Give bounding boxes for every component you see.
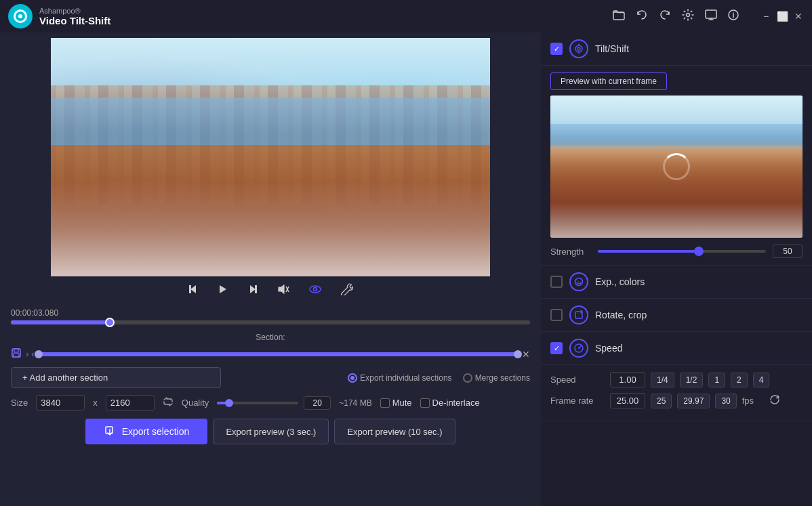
export-selection-button[interactable]: Export selection xyxy=(85,419,207,444)
merge-sections-radio[interactable] xyxy=(463,373,472,383)
timeline-track[interactable] xyxy=(11,320,530,324)
settings-icon[interactable] xyxy=(682,9,694,24)
speed-2-button[interactable]: 2 xyxy=(731,373,748,387)
quality-thumb[interactable] xyxy=(225,399,233,407)
expcolors-effect-row[interactable]: Exp., colors xyxy=(541,266,812,299)
display-icon[interactable] xyxy=(705,9,717,23)
minimize-button[interactable]: − xyxy=(760,11,771,22)
preview-bottom-blur xyxy=(550,203,803,238)
app-logo xyxy=(8,4,33,28)
export-selection-label: Export selection xyxy=(122,426,190,437)
preview-thumbnail xyxy=(550,96,803,238)
tiltshift-check-icon: ✓ xyxy=(554,45,560,54)
speed-name: Speed xyxy=(595,343,803,354)
frame-rate-label: Frame rate xyxy=(550,396,605,406)
undo-icon[interactable] xyxy=(636,9,648,23)
timeline-area: 00:00:03.080 xyxy=(5,305,535,333)
height-input[interactable] xyxy=(106,395,155,410)
preview-eye-button[interactable] xyxy=(306,282,325,299)
close-button[interactable]: ✕ xyxy=(793,11,804,22)
svg-point-13 xyxy=(314,288,317,291)
info-icon[interactable] xyxy=(728,9,739,23)
fps-30-button[interactable]: 30 xyxy=(715,394,736,408)
speed-4-button[interactable]: 4 xyxy=(753,373,770,387)
fps-2997-button[interactable]: 29.97 xyxy=(677,394,710,408)
export-individual-label: Export individual sections xyxy=(360,373,451,383)
speed-expanded: Speed 1/4 1/2 1 2 4 Frame rate 25 29.97 … xyxy=(541,365,812,421)
next-frame-button[interactable] xyxy=(245,282,261,299)
right-panel: ✓ Tilt/Shift Preview with current frame xyxy=(541,33,812,506)
svg-marker-4 xyxy=(190,285,196,293)
section-fill xyxy=(39,352,518,356)
speed-effect-row[interactable]: ✓ Speed xyxy=(541,332,812,365)
width-input[interactable] xyxy=(36,395,85,410)
deinterlace-checkbox-wrap[interactable]: De-interlace xyxy=(420,398,480,408)
strength-fill xyxy=(598,250,699,253)
video-frame[interactable] xyxy=(51,38,490,276)
add-section-button[interactable]: + Add another section xyxy=(11,367,221,388)
fps-reset-button[interactable] xyxy=(769,394,780,407)
strength-thumb[interactable] xyxy=(694,247,704,256)
preview-top-blur xyxy=(550,96,803,138)
size-label: Size xyxy=(11,398,28,408)
venice-buildings xyxy=(51,145,490,276)
expcolors-checkbox[interactable] xyxy=(550,276,563,288)
app-title-block: Ashampoo® Video Tilt-Shift xyxy=(39,7,613,26)
frame-rate-input[interactable] xyxy=(610,393,645,408)
rotatecrop-effect-row[interactable]: Rotate, crop xyxy=(541,299,812,332)
rotatecrop-icon xyxy=(569,305,588,324)
expcolors-icon xyxy=(569,272,588,291)
svg-point-1 xyxy=(687,14,690,17)
redo-icon[interactable] xyxy=(659,9,671,23)
prev-frame-button[interactable] xyxy=(185,282,201,299)
section-nav-right[interactable]: › xyxy=(26,349,28,359)
speed-1-4-button[interactable]: 1/4 xyxy=(651,373,674,387)
folder-icon[interactable] xyxy=(613,9,625,23)
section-close-button[interactable]: ✕ xyxy=(522,349,530,360)
section-thumb-left[interactable] xyxy=(35,350,43,358)
speed-1-button[interactable]: 1 xyxy=(708,373,725,387)
mute-checkbox[interactable] xyxy=(380,398,390,408)
section-range[interactable] xyxy=(39,352,518,356)
strength-value-input[interactable] xyxy=(773,245,803,258)
deinterlace-label: De-interlace xyxy=(432,398,480,408)
svg-point-12 xyxy=(310,286,321,293)
svg-rect-2 xyxy=(706,10,716,18)
svg-point-18 xyxy=(575,45,582,52)
volume-button[interactable] xyxy=(275,282,292,299)
merge-sections-option[interactable]: Merge sections xyxy=(463,373,530,383)
speed-checkbox[interactable]: ✓ xyxy=(550,342,563,354)
svg-marker-7 xyxy=(250,285,256,293)
svg-point-19 xyxy=(577,47,580,50)
preview-current-frame-button[interactable]: Preview with current frame xyxy=(550,72,667,90)
tiltshift-checkbox[interactable]: ✓ xyxy=(550,43,563,55)
speed-value-input[interactable] xyxy=(610,372,645,387)
rotatecrop-checkbox[interactable] xyxy=(550,309,563,321)
restore-button[interactable]: ⬜ xyxy=(777,11,788,22)
quality-value-input[interactable] xyxy=(304,396,331,410)
speed-1-2-button[interactable]: 1/2 xyxy=(680,373,704,387)
section-nav: › ‹ xyxy=(26,349,35,359)
section-save-icon[interactable] xyxy=(11,347,22,360)
expcolors-name: Exp., colors xyxy=(595,276,803,287)
quality-label: Quality xyxy=(182,398,209,408)
timeline-thumb[interactable] xyxy=(105,318,115,327)
tiltshift-effect-row[interactable]: ✓ Tilt/Shift xyxy=(541,33,812,66)
tools-button[interactable] xyxy=(338,282,356,300)
rotatecrop-name: Rotate, crop xyxy=(595,310,803,320)
export-preview-10s-button[interactable]: Export preview (10 sec.) xyxy=(334,419,455,444)
mute-checkbox-wrap[interactable]: Mute xyxy=(380,398,412,408)
strength-row: Strength xyxy=(550,245,803,258)
play-button[interactable] xyxy=(215,282,231,299)
export-preview-3s-button[interactable]: Export preview (3 sec.) xyxy=(213,419,329,444)
fps-25-button[interactable]: 25 xyxy=(651,394,672,408)
export-individual-option[interactable]: Export individual sections xyxy=(348,373,451,383)
export-individual-radio[interactable] xyxy=(348,373,357,383)
section-thumb-right[interactable] xyxy=(514,350,522,358)
quality-track[interactable] xyxy=(217,402,298,404)
deinterlace-checkbox[interactable] xyxy=(420,398,430,408)
strength-track[interactable] xyxy=(598,250,766,253)
swap-dimensions-button[interactable] xyxy=(163,396,174,409)
tiltshift-expanded: Preview with current frame Strength xyxy=(541,66,812,266)
section-label: Section: xyxy=(11,333,530,342)
